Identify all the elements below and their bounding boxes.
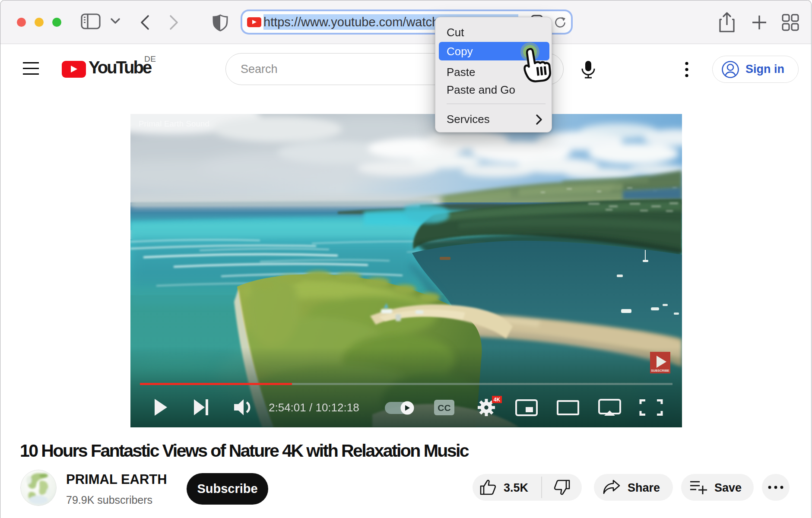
svg-text:CC: CC [438, 403, 450, 413]
svg-text:SUBSCRIBE: SUBSCRIBE [651, 369, 669, 373]
svg-text:4K: 4K [494, 397, 501, 403]
svg-text:2:54:01 / 10:12:18: 2:54:01 / 10:12:18 [269, 401, 359, 414]
